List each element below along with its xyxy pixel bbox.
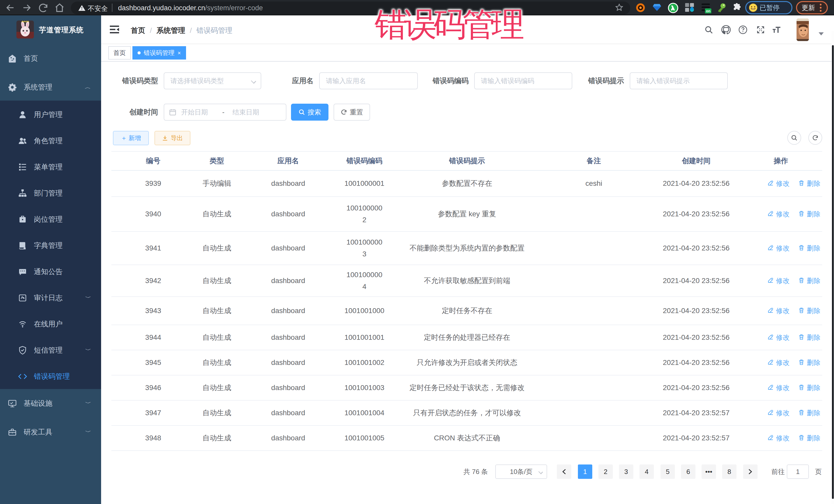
svg-text:on: on (706, 9, 710, 13)
